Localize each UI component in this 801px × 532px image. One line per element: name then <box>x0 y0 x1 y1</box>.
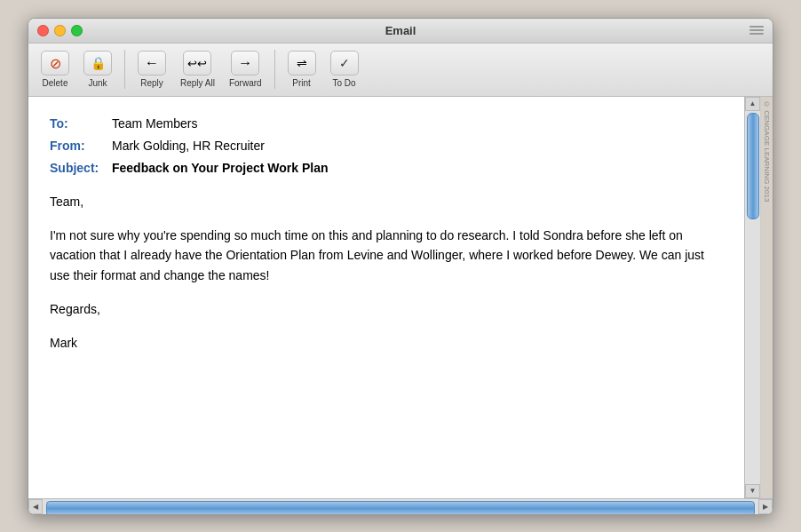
reply-button[interactable]: ← Reply <box>132 49 171 90</box>
title-bar: Email <box>28 19 773 44</box>
print-button[interactable]: ⇌ Print <box>282 49 321 90</box>
print-icon: ⇌ <box>288 51 316 75</box>
subject-value: Feedback on Your Project Work Plan <box>112 159 329 178</box>
email-body-text: I'm not sure why you're spending so much… <box>50 226 723 285</box>
email-signature: Mark <box>50 333 723 353</box>
window-title: Email <box>385 24 416 37</box>
reply-all-icon: ↩↩ <box>183 51 211 75</box>
email-body[interactable]: To: Team Members From: Mark Golding, HR … <box>28 97 744 498</box>
delete-label: Delete <box>43 78 68 88</box>
toolbar-divider-1 <box>124 50 125 89</box>
email-text: Team, I'm not sure why you're spending s… <box>50 192 723 353</box>
right-panel: ▲ ▼ © CENGAGE LEARNING 2013 <box>744 97 773 498</box>
minimize-button[interactable] <box>54 25 66 36</box>
to-label: To: <box>50 115 112 133</box>
horizontal-scrollbar[interactable]: ◀ ▶ <box>28 498 773 514</box>
junk-icon: 🔒 <box>83 51 112 75</box>
forward-icon: → <box>231 51 259 75</box>
reply-all-label: Reply All <box>180 78 215 88</box>
from-label: From: <box>50 137 112 155</box>
window-controls <box>37 25 83 36</box>
email-greeting: Team, <box>50 192 723 211</box>
email-window: Email ⊘ Delete 🔒 Junk ← Reply <box>28 18 773 515</box>
copyright-watermark: © CENGAGE LEARNING 2013 <box>760 97 773 498</box>
delete-button[interactable]: ⊘ Delete <box>36 49 75 90</box>
junk-button[interactable]: 🔒 Junk <box>78 49 117 90</box>
delete-icon: ⊘ <box>41 51 69 75</box>
subject-row: Subject: Feedback on Your Project Work P… <box>50 159 723 178</box>
email-closing: Regards, <box>50 299 723 319</box>
close-button[interactable] <box>37 25 49 36</box>
junk-label: Junk <box>88 78 107 88</box>
toolbar-divider-2 <box>274 50 275 89</box>
reply-icon: ← <box>138 51 166 75</box>
print-label: Print <box>292 78 311 88</box>
reply-label: Reply <box>140 78 163 88</box>
todo-button[interactable]: ✓ To Do <box>325 49 364 90</box>
horizontal-scrollbar-thumb[interactable] <box>46 501 755 515</box>
todo-icon: ✓ <box>330 51 359 75</box>
vertical-scrollbar[interactable]: ▲ ▼ <box>744 97 760 498</box>
reply-all-button[interactable]: ↩↩ Reply All <box>175 49 220 90</box>
to-value: Team Members <box>112 115 197 133</box>
scroll-right-arrow[interactable]: ▶ <box>758 499 773 514</box>
main-content: To: Team Members From: Mark Golding, HR … <box>28 97 773 498</box>
resize-handle[interactable] <box>749 26 764 35</box>
scroll-left-arrow[interactable]: ◀ <box>28 499 43 514</box>
maximize-button[interactable] <box>71 25 83 36</box>
scroll-up-arrow[interactable]: ▲ <box>745 97 760 111</box>
scrollbar-thumb[interactable] <box>747 113 759 219</box>
email-headers: To: Team Members From: Mark Golding, HR … <box>50 115 723 178</box>
toolbar: ⊘ Delete 🔒 Junk ← Reply ↩↩ Reply All <box>28 44 773 97</box>
from-value: Mark Golding, HR Recruiter <box>112 137 265 155</box>
forward-label: Forward <box>229 78 262 88</box>
scrollbar-track <box>745 111 760 484</box>
from-row: From: Mark Golding, HR Recruiter <box>50 137 723 155</box>
scroll-down-arrow[interactable]: ▼ <box>745 484 760 498</box>
to-row: To: Team Members <box>50 115 723 133</box>
forward-button[interactable]: → Forward <box>224 49 267 90</box>
todo-label: To Do <box>333 78 356 88</box>
subject-label: Subject: <box>50 159 112 178</box>
